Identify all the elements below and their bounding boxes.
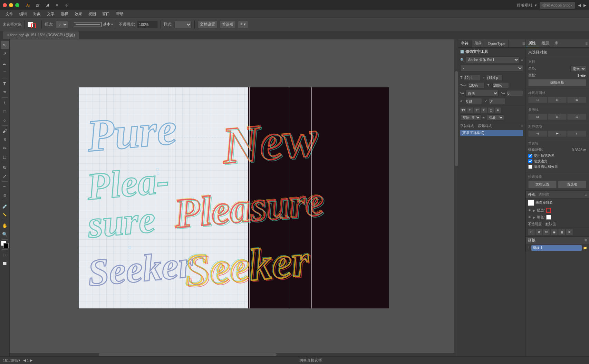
page-next-btn[interactable]: ▶ [30,358,32,363]
menu-window[interactable]: 窗口 [99,11,113,17]
appear-menu-icon[interactable]: ≡ [585,192,587,197]
expand-icon[interactable]: ▶ [583,3,586,8]
collapse-icon[interactable]: ◀ [578,3,581,8]
ai-icon[interactable]: Ai [23,2,32,9]
search-stock[interactable]: 搜索 Adobe Stock [540,2,575,9]
trash-icon[interactable]: 🗑 [558,229,565,235]
zoom-control[interactable]: 151.15% ▾ [3,358,20,363]
guide-btn-1[interactable]: ⊡ [528,114,547,120]
tab-properties[interactable]: 属性 [525,40,539,47]
direct-selection-tool[interactable]: ↗ [1,49,9,58]
edit-artboard-btn[interactable]: 编辑画板 [528,79,586,86]
tt-btn-3[interactable]: TT [474,107,480,113]
menu-icon[interactable]: ≡ [52,2,61,9]
menu-object[interactable]: 对象 [30,11,44,17]
prev-artboard-icon[interactable]: ◀ [580,74,583,77]
panel-menu-icon[interactable]: ≡ [522,41,525,46]
doc-tab[interactable]: × font.jpg* @ 151.15% (RGB/GPU 预览) [3,31,79,39]
stroke-color[interactable] [31,23,36,28]
menu-select[interactable]: 选择 [58,11,71,17]
tt-btn-6[interactable]: T [495,107,501,113]
st-icon[interactable]: St [43,2,52,9]
fx-btn[interactable]: fx [543,229,550,235]
style-select[interactable] [174,21,192,28]
touch-type-tool[interactable]: Tt [1,88,9,96]
scale-tool[interactable]: ⤢ [1,172,9,180]
br-icon[interactable]: Br [33,2,42,9]
scale-y-input[interactable]: 100% [492,82,509,88]
tab-paragraph[interactable]: 段落 [472,40,485,47]
stroke-expand-icon[interactable]: ▶ [533,209,535,212]
menu-type[interactable]: 文字 [44,11,57,17]
horizontal-scrollbar[interactable] [10,353,454,356]
drawing-mode[interactable]: ⬚ [1,251,9,259]
font-panel-expand[interactable]: ≡ [521,57,523,62]
line-tool[interactable]: \ [1,99,9,107]
guide-btn-2[interactable]: ⊞ [548,114,567,120]
vertical-scrollbar[interactable] [454,39,458,356]
unit-value[interactable]: 毫米 [570,66,586,72]
pencil-tool[interactable]: ✏ [1,144,9,152]
fill-color-swatch[interactable] [546,215,551,220]
leading-input[interactable]: (14.4 p [486,75,503,81]
tab-opentype[interactable]: OpenType [485,40,509,47]
tab-close-icon[interactable]: × [7,33,9,37]
scale-stroke-checkbox[interactable] [528,165,532,169]
style-panel-menu[interactable]: ≡ [521,124,523,128]
zoom-chevron[interactable]: ▾ [18,358,20,363]
tab-layers[interactable]: 图层 [539,40,552,47]
h-scrollbar-thumb[interactable] [99,353,277,356]
kern-select[interactable]: 自动 [465,90,498,97]
normal-char-style[interactable]: [正常字符样式] [460,130,523,136]
sharp-select[interactable]: 锐化 [487,114,504,121]
zoom-tool[interactable]: 🔍 [1,230,9,238]
baseline-input[interactable]: 0 pt [465,98,482,104]
tt-btn-5[interactable]: T [488,107,494,113]
tab-character[interactable]: 字符 [458,40,472,47]
menu-edit[interactable]: 编辑 [17,11,30,17]
curvature-tool[interactable]: ⌒ [1,69,9,77]
normal-char-style-row[interactable]: [正常字符样式] [458,129,525,137]
rect-tool[interactable]: □ [1,107,9,116]
tt-btn-2[interactable]: Tr [467,107,473,113]
unit-select[interactable]: 毫米 [570,66,586,72]
blob-brush[interactable]: B [1,135,9,144]
fill-stroke-widget[interactable] [28,22,39,27]
grid-btn[interactable]: ⊞ [548,97,567,103]
align-right-btn[interactable]: ⊦ [567,131,586,137]
minimize-button[interactable] [9,3,13,7]
eyedropper-tool[interactable]: 💉 [1,202,9,210]
arrange-rules[interactable]: 排版规则 [517,3,532,8]
scale-x-input[interactable]: 100% [468,82,485,88]
warp-tool[interactable]: 〜 [1,183,9,191]
free-transform-tool[interactable]: ⊡ [1,191,9,200]
menu-file[interactable]: 文件 [3,11,16,17]
font-style-select[interactable]: - [460,65,523,71]
opacity-tab[interactable]: 透明度 [538,192,550,197]
props-panel-menu[interactable]: ≡ [584,41,589,46]
artboard-name-1[interactable]: 画板 1 [531,245,582,251]
angle-input[interactable]: 0° [489,98,505,104]
duplicate-icon[interactable]: ⧉ [535,229,542,235]
eraser-tool[interactable]: ◻ [1,153,9,161]
pen-tool[interactable]: ✒ [1,60,9,68]
language-select[interactable]: 英语: 美国 [460,114,481,121]
page-navigation[interactable]: ◀ 1 ▶ [23,358,32,363]
paint-brush[interactable]: 🖌 [1,127,9,135]
tab-libraries[interactable]: 库 [552,40,561,47]
rotate-tool[interactable]: ↻ [1,163,9,172]
type-tool[interactable]: T [1,79,9,88]
doc-settings-btn[interactable]: 文档设置 [197,21,218,28]
menu-effect[interactable]: 效果 [72,11,85,17]
zoom-value[interactable]: 151.15% [3,358,18,363]
ellipse-tool[interactable]: ○ [1,116,9,124]
new-item-icon[interactable]: □ [528,229,535,235]
background-color[interactable] [3,243,9,248]
tt-btn-1[interactable]: TT [460,107,466,113]
selection-tool[interactable]: ↖ [1,41,9,49]
font-size-input[interactable]: 12 pt [464,75,480,81]
align-center-btn[interactable]: ⊢ [548,131,567,137]
font-family-select[interactable]: Adobe 宋体 Std L [466,56,519,63]
scale-corners-checkbox[interactable] [528,159,532,163]
artboard-item-1[interactable]: 1 画板 1 📁 [526,244,589,252]
